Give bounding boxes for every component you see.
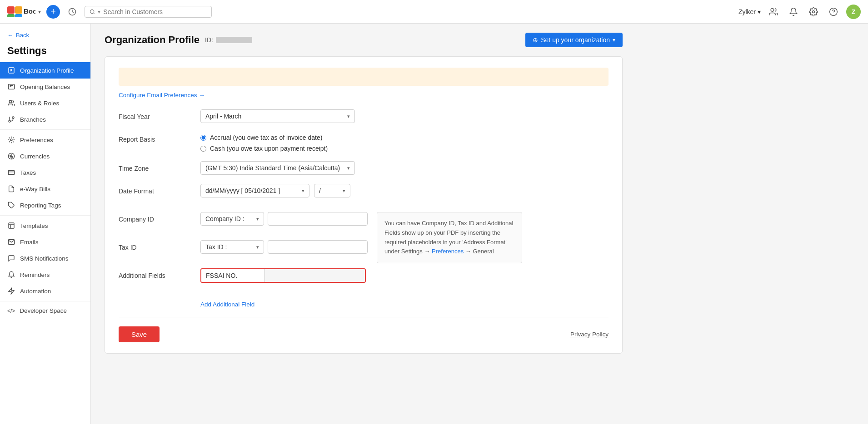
tax-id-row: Tax ID Tax ID : ▾ <box>119 240 368 254</box>
sidebar-item-preferences[interactable]: Preferences <box>0 132 90 148</box>
main-layout: ← Back Settings Organization Profile Ope… <box>0 24 868 424</box>
history-button[interactable] <box>65 5 79 19</box>
tax-id-field-select[interactable]: Tax ID : ▾ <box>200 240 264 254</box>
info-box: You can have Company ID, Tax ID and Addi… <box>377 212 522 263</box>
cash-label: Cash (you owe tax upon payment receipt) <box>210 145 328 152</box>
report-basis-row: Report Basis Accrual (you owe tax as of … <box>119 132 609 152</box>
form-footer: Save Privacy Policy <box>119 326 609 342</box>
fiscal-year-row: Fiscal Year April - March ▾ <box>119 109 609 123</box>
emails-icon <box>7 238 15 246</box>
sidebar-item-reporting-tags[interactable]: Reporting Tags <box>0 197 90 213</box>
taxes-icon <box>7 168 15 177</box>
date-format-row: Date Format dd/MM/yyyy [ 05/10/2021 ] ▾ … <box>119 184 609 197</box>
privacy-policy-link[interactable]: Privacy Policy <box>570 331 609 338</box>
additional-field-value-input[interactable] <box>265 269 365 282</box>
company-id-field-label: Company ID : <box>205 215 244 222</box>
tax-id-value-input[interactable] <box>268 240 368 254</box>
additional-field-name-input[interactable] <box>201 269 265 282</box>
sidebar-item-currencies[interactable]: Currencies <box>0 148 90 164</box>
sidebar-item-branches[interactable]: Branches <box>0 111 90 128</box>
sidebar-item-label: Reporting Tags <box>20 202 61 209</box>
reporting-tags-icon <box>7 201 15 209</box>
sidebar-item-taxes[interactable]: Taxes <box>0 164 90 181</box>
sidebar-item-automation[interactable]: Automation <box>0 283 90 299</box>
search-bar[interactable]: ▾ <box>85 6 212 18</box>
org-switcher[interactable]: Zylker ▾ <box>738 8 761 15</box>
sidebar-item-label: SMS Notifications <box>20 255 69 262</box>
add-button[interactable]: + <box>46 5 60 19</box>
org-id-value <box>216 37 252 43</box>
time-zone-value: (GMT 5:30) India Standard Time (Asia/Cal… <box>205 164 340 172</box>
sidebar-item-label: Branches <box>20 116 46 123</box>
svg-point-10 <box>830 8 838 15</box>
cash-option[interactable]: Cash (you owe tax upon payment receipt) <box>200 145 328 152</box>
cash-radio[interactable] <box>200 146 206 152</box>
company-id-row: Company ID Company ID : ▾ <box>119 212 368 226</box>
back-label: Back <box>16 32 29 39</box>
sidebar-item-label: Opening Balances <box>20 84 70 90</box>
tax-id-field-label: Tax ID : <box>205 243 227 251</box>
date-separator-chevron-icon: ▾ <box>343 188 345 194</box>
notifications-icon-button[interactable] <box>786 5 801 19</box>
sidebar-item-label: Templates <box>20 222 48 229</box>
eway-bills-icon <box>7 185 15 193</box>
svg-rect-3 <box>15 14 22 17</box>
preferences-link[interactable]: Preferences <box>432 248 464 255</box>
sidebar-item-templates[interactable]: Templates <box>0 217 90 234</box>
sidebar-item-opening-balances[interactable]: Opening Balances <box>0 79 90 95</box>
fiscal-year-value: April - March <box>205 113 241 120</box>
accrual-option[interactable]: Accrual (you owe tax as of invoice date) <box>200 134 328 141</box>
bell-icon <box>789 7 798 16</box>
back-button[interactable]: ← Back <box>0 29 90 41</box>
company-id-field-select[interactable]: Company ID : ▾ <box>200 212 264 226</box>
logo-chevron: ▾ <box>38 9 41 15</box>
id-fields-col: Company ID Company ID : ▾ Tax <box>119 212 368 308</box>
info-box-text: You can have Company ID, Tax ID and Addi… <box>384 220 513 255</box>
company-id-value-input[interactable] <box>268 212 368 226</box>
search-filter-chevron[interactable]: ▾ <box>98 9 100 15</box>
setup-btn-chevron-icon: ▾ <box>613 37 615 43</box>
svg-rect-1 <box>15 6 22 14</box>
sidebar-item-sms-notifications[interactable]: SMS Notifications <box>0 250 90 266</box>
svg-point-14 <box>9 100 11 103</box>
sidebar-separator-1 <box>0 129 90 130</box>
setup-organization-button[interactable]: ⊕ Set up your organization ▾ <box>525 33 623 47</box>
sidebar-item-developer-space[interactable]: </> Developer Space <box>0 303 90 318</box>
date-separator-value: / <box>319 187 321 194</box>
sidebar-item-eway-bills[interactable]: e-Way Bills <box>0 181 90 197</box>
sidebar-item-reminders[interactable]: Reminders <box>0 266 90 283</box>
fiscal-year-select[interactable]: April - March ▾ <box>200 109 355 123</box>
help-icon-button[interactable] <box>826 5 841 19</box>
sidebar-item-users-roles[interactable]: Users & Roles <box>0 95 90 111</box>
add-additional-field-link[interactable]: Add Additional Field <box>200 301 254 308</box>
svg-point-8 <box>771 8 774 11</box>
sidebar-item-emails[interactable]: Emails <box>0 234 90 250</box>
avatar[interactable]: Z <box>846 5 861 19</box>
sidebar-item-label: Preferences <box>20 137 53 143</box>
accrual-label: Accrual (you owe tax as of invoice date) <box>210 134 322 141</box>
org-name: Zylker <box>738 8 756 15</box>
contacts-icon-button[interactable] <box>766 5 781 19</box>
configure-email-link[interactable]: Configure Email Preferences → <box>119 92 205 99</box>
sidebar-item-label: Reminders <box>20 271 50 278</box>
search-input[interactable] <box>103 8 207 15</box>
page-title: Organization Profile <box>105 34 200 46</box>
app-logo[interactable]: Books ▾ <box>7 6 41 17</box>
accrual-radio[interactable] <box>200 135 206 141</box>
svg-point-9 <box>813 10 815 13</box>
company-id-chevron-icon: ▾ <box>256 216 259 222</box>
id-label: ID: <box>205 36 213 44</box>
svg-text:Books: Books <box>24 7 35 15</box>
date-format-select[interactable]: dd/MM/yyyy [ 05/10/2021 ] ▾ <box>200 184 309 197</box>
date-format-chevron-icon: ▾ <box>302 188 304 194</box>
svg-point-15 <box>12 117 14 118</box>
email-banner <box>119 68 609 86</box>
time-zone-select[interactable]: (GMT 5:30) India Standard Time (Asia/Cal… <box>200 161 355 175</box>
save-button[interactable]: Save <box>119 326 160 342</box>
date-separator-select[interactable]: / ▾ <box>314 184 350 197</box>
users-roles-icon <box>7 99 15 107</box>
fiscal-year-chevron-icon: ▾ <box>347 113 350 119</box>
svg-rect-2 <box>7 14 15 17</box>
settings-icon-button[interactable] <box>806 5 821 19</box>
sidebar-item-organization-profile[interactable]: Organization Profile <box>0 62 90 79</box>
